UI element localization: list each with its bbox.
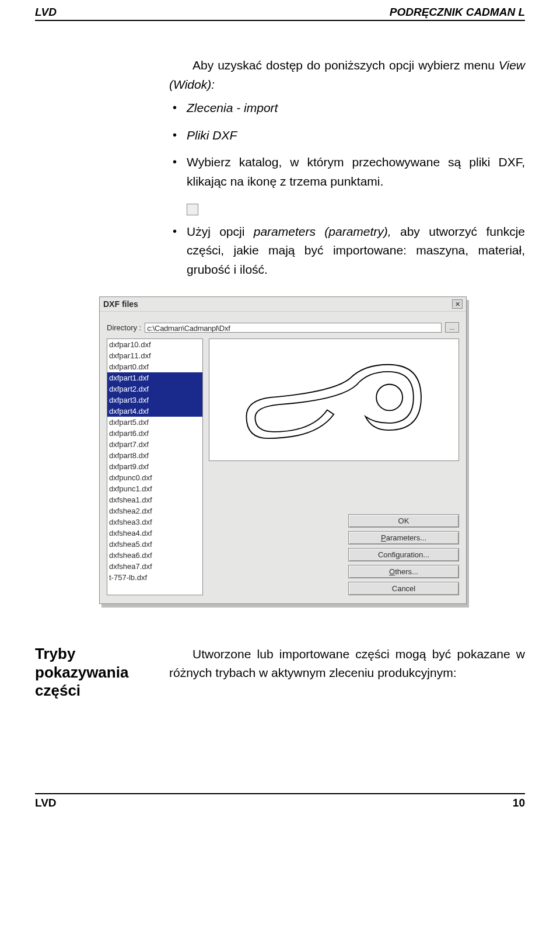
configuration-button[interactable]: Configuration... <box>348 548 459 561</box>
footer-page-number: 10 <box>513 797 525 809</box>
hook-shape-icon <box>222 345 446 455</box>
dialog-title: DXF files <box>103 299 138 309</box>
list-item[interactable]: t-757-lb.dxf <box>107 572 202 583</box>
list-item[interactable]: dxfshea1.dxf <box>107 494 202 505</box>
list-item[interactable]: dxfshea7.dxf <box>107 561 202 572</box>
bullet-pliki-dxf: Pliki DXF <box>169 126 525 145</box>
list-item[interactable]: dxfpar10.dxf <box>107 339 202 350</box>
list-item[interactable]: dxfpart3.dxf <box>107 395 202 406</box>
footer-left: LVD <box>35 797 57 809</box>
list-item[interactable]: dxfpart2.dxf <box>107 383 202 395</box>
list-item[interactable]: dxfshea2.dxf <box>107 505 202 516</box>
bullet-katalog: Wybierz katalog, w którym przechowywane … <box>169 153 525 191</box>
page-header: LVD PODRĘCZNIK CADMAN L <box>35 0 525 20</box>
section-content: Utworzone lub importowane części mogą by… <box>169 645 525 700</box>
page-footer: LVD 10 <box>35 794 525 821</box>
list-item[interactable]: dxfshea3.dxf <box>107 516 202 528</box>
list-item[interactable]: dxfpunc1.dxf <box>107 483 202 494</box>
list-item[interactable]: dxfpart9.dxf <box>107 461 202 472</box>
list-item[interactable]: dxfpart6.dxf <box>107 428 202 439</box>
list-item[interactable]: dxfpar11.dxf <box>107 350 202 361</box>
svg-point-0 <box>376 384 402 410</box>
list-item[interactable]: dxfshea5.dxf <box>107 539 202 550</box>
bullet-zlecenia: Zlecenia - import <box>169 99 525 118</box>
others-button[interactable]: Others... <box>348 565 459 578</box>
directory-label: Directory : <box>107 323 141 332</box>
list-item[interactable]: dxfpunc0.dxf <box>107 472 202 483</box>
list-item[interactable]: dxfpart7.dxf <box>107 439 202 450</box>
list-item[interactable]: dxfpart8.dxf <box>107 450 202 461</box>
directory-path[interactable]: c:\Cadman\Cadmanpl\Dxf <box>145 323 442 333</box>
list-item[interactable]: dxfshea6.dxf <box>107 550 202 561</box>
dialog-titlebar: DXF files ✕ <box>100 297 466 312</box>
directory-row: Directory : c:\Cadman\Cadmanpl\Dxf ... <box>100 312 466 336</box>
list-item[interactable]: dxfshea4.dxf <box>107 528 202 539</box>
dxf-files-dialog: DXF files ✕ Directory : c:\Cadman\Cadman… <box>99 296 467 604</box>
bullet-parameters: Użyj opcji parameters (parametry), aby u… <box>169 222 525 280</box>
body-text: Aby uzyskać dostęp do poniższych opcji w… <box>169 56 525 279</box>
browse-button[interactable]: ... <box>445 322 459 333</box>
ellipsis-button-icon <box>187 204 198 215</box>
intro-paragraph: Aby uzyskać dostęp do poniższych opcji w… <box>169 56 525 94</box>
cancel-button[interactable]: Cancel <box>348 582 459 595</box>
file-list[interactable]: dxfpar10.dxfdxfpar11.dxfdxfpart0.dxfdxfp… <box>107 338 203 595</box>
header-right: PODRĘCZNIK CADMAN L <box>390 6 525 19</box>
section-heading: Tryby pokazywania części <box>35 645 152 700</box>
parameters-button[interactable]: Parameters... <box>348 531 459 544</box>
list-item[interactable]: dxfpart4.dxf <box>107 406 202 417</box>
ok-button[interactable]: OK <box>348 514 459 528</box>
button-stack: OK Parameters... Configuration... Others… <box>209 491 459 595</box>
list-item[interactable]: dxfpart5.dxf <box>107 417 202 428</box>
header-left: LVD <box>35 6 57 19</box>
header-rule <box>35 20 525 21</box>
list-item[interactable]: dxfpart0.dxf <box>107 361 202 372</box>
part-preview <box>209 338 459 461</box>
list-item[interactable]: dxfpart1.dxf <box>107 372 202 383</box>
close-icon[interactable]: ✕ <box>452 299 463 309</box>
